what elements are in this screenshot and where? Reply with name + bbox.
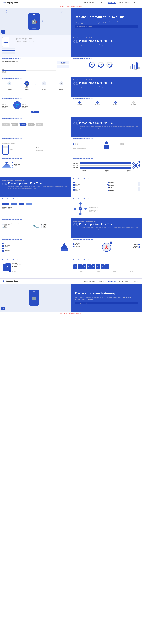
slide-left-10: Please input your own title using text o… — [0, 218, 71, 238]
icon-item-4: ✂ Text Text Here — [54, 82, 68, 88]
nav-analysis[interactable]: ANALYSIS — [108, 2, 116, 4]
slide-right-7: Please input your own title using text o… — [71, 157, 142, 177]
slide-number-02: 02 — [73, 81, 78, 86]
footer-nav-data[interactable]: DATA — [119, 280, 123, 282]
progress-row-3: Text Name — [2, 67, 56, 68]
hero-right: Replace Here With Your Own Title Please … — [71, 8, 142, 35]
nav-about[interactable]: ABOUT — [134, 2, 139, 4]
footer-nav-background[interactable]: BACKGROUND — [84, 280, 95, 282]
footer-thanks-title: Thanks for your listening! — [75, 292, 138, 295]
slide-row-6: Please input your own title using text o… — [0, 137, 142, 157]
counter-7: 7 — [101, 264, 105, 269]
footer-email: doithaoquanhoang@103.com — [75, 302, 138, 304]
slide-left-1: CONTENT Choose the skills options to des… — [0, 35, 71, 57]
logo-icon: ✿ — [3, 2, 5, 4]
footer-nav-about[interactable]: ABOUT — [134, 280, 139, 282]
slide-row-3: Please input your own title using text o… — [0, 77, 142, 97]
slide-number-01: 01 — [73, 39, 78, 44]
hero-title: Replace Here With Your Own Title — [75, 15, 138, 19]
slide-right-12: Please input your own title using text o… — [71, 258, 142, 278]
footer-arrow-button[interactable]: ← — [2, 306, 6, 310]
row-label-12b: Please input your own title using text o… — [73, 259, 93, 260]
row-label-2a: Please input your own title using text o… — [2, 58, 22, 59]
section-label-white-5: Please input your own title using text o… — [73, 220, 140, 222]
nav-background[interactable]: BACKGROUND — [84, 2, 95, 4]
nav-logo: ✿ Company Name — [3, 2, 18, 4]
icon-item-1: 🔧 Text Text Here — [2, 82, 17, 88]
logo-text: Company Name — [6, 2, 18, 4]
footer-section: 🤖 ← Thanks for your listening! Please in… — [0, 284, 142, 312]
slide-right-10: Please input your own title using text o… — [71, 218, 142, 238]
slide-left-9: Please input your own title using text o… — [0, 198, 71, 218]
slide-left-6: Please input your own title using text o… — [0, 137, 71, 157]
row-label-4b: Please input your own title using text o… — [73, 98, 93, 99]
slide-left-7: Please input your own title using text o… — [0, 157, 71, 177]
copyright-text: Copyright © http://www.pptstore.net — [59, 6, 83, 7]
slide-number-04: 04 — [2, 182, 7, 186]
slide-number-05: 05 — [73, 223, 78, 227]
nav-projects[interactable]: PROJECTS — [97, 2, 106, 4]
row-label-12a: Please input your own title using text o… — [2, 259, 22, 260]
slide-row-1: CONTENT Choose the skills options to des… — [0, 35, 142, 57]
counter-3: 3 — [82, 264, 86, 269]
slide-left-8: Please input your own title using text o… — [0, 177, 71, 197]
slide-right-4: Please input your own title using text o… — [71, 97, 142, 117]
slide-right-6: Please input your own title using text o… — [71, 137, 142, 157]
slide-row-8: Please input your own title using text o… — [0, 177, 142, 198]
globe-icon: 🌐 — [13, 101, 21, 109]
slide-row-5: Please input your own title using text o… — [0, 117, 142, 137]
row-label-6b: Please input your own title using text o… — [73, 138, 93, 139]
slide-row-7: Please input your own title using text o… — [0, 157, 142, 177]
nav-data[interactable]: DATA — [119, 2, 123, 4]
counter-6: 6 — [96, 264, 100, 269]
counter-display: 1 2 3 4 5 6 7 8 — [73, 264, 140, 269]
blue-title-04: Please Input Your First Title — [8, 182, 68, 185]
progress-row-1: Text — [2, 62, 56, 64]
row-label-8b: Please input your own title using text o… — [73, 178, 93, 179]
blue-slide-title-3: 03 Please Input Your First Title Please … — [73, 122, 140, 129]
donut-1: 90% Text Name Text Here — [88, 61, 95, 70]
blue-desc-03: Please input what you want to describe y… — [79, 126, 140, 129]
slide-row-4: Please input your own title using text o… — [0, 97, 142, 117]
footer-nav-bar: ✿ Company Name BACKGROUND PROJECTS ANALY… — [0, 278, 142, 284]
slide-left-5: Please input your own title using text o… — [0, 117, 71, 137]
footer-thanks-desc: Please input what you want to describe y… — [75, 296, 138, 300]
slide-right-8: Please input your own title using text o… — [71, 177, 142, 197]
slide-row-12: Please input your own title using text o… — [0, 258, 142, 278]
progress-row-4: Text — [2, 69, 56, 70]
person-icon — [103, 142, 110, 149]
footer-copyright-text: Copyright © http://www.pptstore.net — [60, 312, 82, 314]
row-label-5a: Please input your own title using text o… — [2, 118, 22, 119]
slide-row-11: Please input your own title using text o… — [0, 238, 142, 258]
footer-logo-text: Company Name — [6, 280, 18, 282]
blue-slide-title-1: 01 Please Input Your First Title Please … — [73, 39, 140, 47]
row-label-10a: Please input your own title using text o… — [2, 219, 22, 220]
slide-left-2: Please input your own title using text o… — [0, 57, 71, 77]
nav-result[interactable]: RESULT — [125, 2, 131, 4]
counter-4: 4 — [87, 264, 91, 269]
hero-section: 🤖 ← Replace Here With Your Own Title Ple… — [0, 8, 142, 35]
footer-nav-projects[interactable]: PROJECTS — [97, 280, 106, 282]
section-label-white-2: Please input your own title using text o… — [73, 79, 140, 80]
footer-nav-links: BACKGROUND PROJECTS ANALYSIS DATA RESULT… — [84, 280, 139, 282]
blue-desc-05: Please input what you want to describe y… — [79, 226, 140, 230]
slide-right-2: Please input your own title using text o… — [71, 57, 142, 77]
footer-nav-analysis[interactable]: ANALYSIS — [108, 280, 116, 282]
blue-title-02: Please Input Your First Title — [79, 81, 140, 84]
row-label-11a: Please input your own title using text o… — [2, 239, 22, 240]
nav-links: BACKGROUND PROJECTS ANALYSIS DATA RESULT… — [84, 2, 139, 4]
footer-copyright: Copyright © http://www.pptstore.net — [0, 312, 142, 314]
footer-nav-result[interactable]: RESULT — [125, 280, 131, 282]
slide-row-2: Please input your own title using text o… — [0, 57, 142, 77]
slide-left-4: Please input your own title using text o… — [0, 97, 71, 117]
hero-arrow-button[interactable]: ← — [2, 30, 6, 34]
icon-item-2: 🚗 Text Text Here — [20, 81, 34, 88]
section-label-white-3: Please input your own title using text o… — [73, 120, 140, 121]
donut-3: 50% Text Name Text Here — [106, 61, 113, 70]
blue-title-03: Please Input Your First Title — [79, 122, 140, 125]
android-icon: 🤖 — [31, 19, 37, 24]
blue-title-05: Please Input Your First Title — [79, 223, 140, 226]
hero-desc: Please input what you want to describe y… — [75, 20, 138, 24]
slide-row-9: Please input your own title using text o… — [0, 198, 142, 218]
slide-right-11: Please input your own title using text o… — [71, 238, 142, 258]
